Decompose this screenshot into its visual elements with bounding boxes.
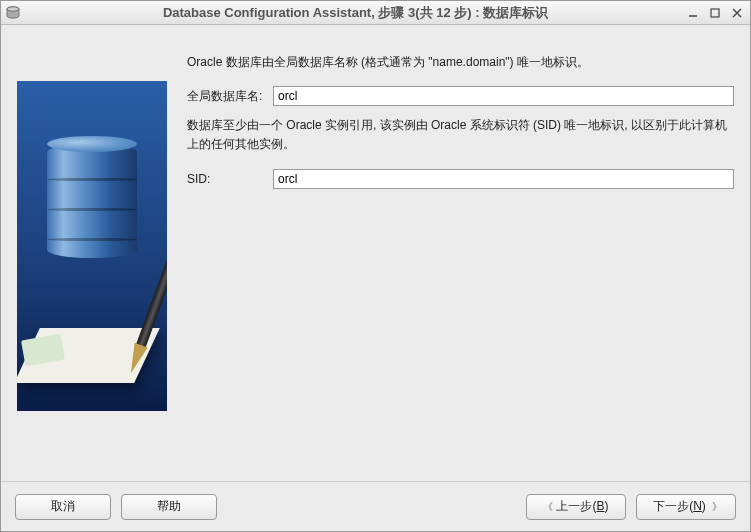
chevron-double-left-icon: 《 xyxy=(543,500,550,514)
global-db-input[interactable] xyxy=(273,86,734,106)
titlebar: Database Configuration Assistant, 步骤 3(共… xyxy=(1,1,750,25)
next-label: 下一步(N) xyxy=(653,498,706,515)
svg-rect-3 xyxy=(711,9,719,17)
close-button[interactable] xyxy=(728,5,746,21)
wizard-side-image xyxy=(17,81,167,411)
sid-label: SID: xyxy=(187,172,273,186)
app-window: Database Configuration Assistant, 步骤 3(共… xyxy=(0,0,751,532)
window-controls xyxy=(684,5,746,21)
global-db-row: 全局数据库名: xyxy=(187,86,734,106)
footer-buttons: 取消 帮助 《 上一步(B) 下一步(N) 》 xyxy=(1,481,750,531)
content-area: Oracle 数据库由全局数据库名称 (格式通常为 "name.domain")… xyxy=(1,25,750,481)
intro-text: Oracle 数据库由全局数据库名称 (格式通常为 "name.domain")… xyxy=(187,53,734,72)
maximize-button[interactable] xyxy=(706,5,724,21)
window-title: Database Configuration Assistant, 步骤 3(共… xyxy=(27,4,684,22)
minimize-button[interactable] xyxy=(684,5,702,21)
back-button[interactable]: 《 上一步(B) xyxy=(526,494,626,520)
chevron-double-right-icon: 》 xyxy=(712,500,719,514)
back-label: 上一步(B) xyxy=(556,498,608,515)
next-button[interactable]: 下一步(N) 》 xyxy=(636,494,736,520)
sid-input[interactable] xyxy=(273,169,734,189)
cancel-label: 取消 xyxy=(51,498,75,515)
help-button[interactable]: 帮助 xyxy=(121,494,217,520)
form-area: Oracle 数据库由全局数据库名称 (格式通常为 "name.domain")… xyxy=(187,41,734,465)
sid-intro-text: 数据库至少由一个 Oracle 实例引用, 该实例由 Oracle 系统标识符 … xyxy=(187,116,734,154)
help-label: 帮助 xyxy=(157,498,181,515)
svg-point-1 xyxy=(7,6,19,10)
app-icon xyxy=(5,5,21,21)
global-db-label: 全局数据库名: xyxy=(187,88,273,105)
sid-row: SID: xyxy=(187,169,734,189)
cancel-button[interactable]: 取消 xyxy=(15,494,111,520)
